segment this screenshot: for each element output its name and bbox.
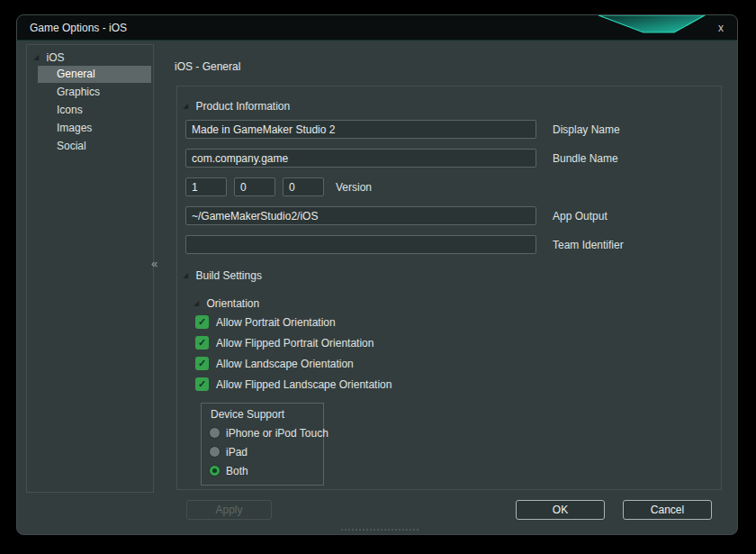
version-build-input[interactable]	[283, 177, 324, 196]
checkbox-label-allow-flipped-landscape: Allow Flipped Landscape Orientation	[216, 378, 392, 391]
product-information-section-header[interactable]: ◢ Product Information	[183, 100, 290, 113]
display-name-label: Display Name	[553, 123, 620, 136]
sidebar-item-images[interactable]: Images	[38, 120, 151, 137]
section-title: Build Settings	[196, 269, 262, 282]
expander-icon[interactable]: ◢	[194, 299, 199, 307]
checkbox-allow-landscape[interactable]: ✓	[195, 357, 209, 370]
checkbox-allow-flipped-landscape[interactable]: ✓	[195, 377, 209, 391]
radio-label-both: Both	[226, 465, 248, 477]
check-icon: ✓	[195, 357, 209, 370]
sidebar-collapse-icon[interactable]: «	[151, 257, 158, 270]
expander-icon[interactable]: ◢	[183, 271, 188, 279]
build-settings-section-header[interactable]: ◢ Build Settings	[183, 269, 262, 282]
display-name-input[interactable]	[185, 120, 536, 139]
settings-panel: ◢ Product Information Display Name Bundl…	[176, 86, 722, 490]
team-identifier-label: Team Identifier	[553, 239, 624, 251]
titlebar[interactable]: Game Options - iOS x	[17, 15, 737, 41]
team-identifier-input[interactable]	[185, 235, 536, 254]
expander-icon[interactable]: ◢	[33, 50, 39, 66]
bundle-name-input[interactable]	[185, 149, 536, 168]
options-tree: ◢ iOS General Graphics Icons Images Soci…	[26, 44, 154, 493]
section-title: Product Information	[196, 100, 291, 113]
ok-button[interactable]: OK	[516, 500, 605, 520]
tree-root-label: iOS	[47, 51, 65, 64]
radio-iphone-ipod[interactable]	[209, 427, 220, 439]
resize-gripper[interactable]	[341, 529, 418, 531]
checkbox-label-allow-portrait: Allow Portrait Orientation	[216, 316, 336, 329]
radio-ipad[interactable]	[209, 446, 220, 458]
sidebar-item-social[interactable]: Social	[38, 138, 151, 155]
check-icon: ✓	[195, 377, 209, 391]
app-output-input[interactable]	[185, 206, 536, 225]
checkbox-label-allow-flipped-portrait: Allow Flipped Portrait Orientation	[216, 337, 374, 350]
expander-icon[interactable]: ◢	[183, 102, 188, 110]
version-major-input[interactable]	[185, 177, 227, 196]
version-label: Version	[336, 181, 372, 194]
window-title: Game Options - iOS	[30, 22, 127, 34]
apply-button[interactable]: Apply	[186, 500, 272, 520]
game-options-dialog: Game Options - iOS x ◢ iOS General Graph…	[16, 14, 738, 535]
bundle-name-label: Bundle Name	[553, 152, 618, 165]
close-icon[interactable]: x	[714, 21, 728, 35]
section-title: Orientation	[207, 297, 260, 310]
page-title: iOS - General	[175, 60, 240, 73]
radio-label-ipad: iPad	[226, 446, 248, 459]
sidebar-item-icons[interactable]: Icons	[38, 102, 151, 119]
radio-both[interactable]	[209, 465, 220, 477]
radio-label-iphone-ipod: iPhone or iPod Touch	[226, 427, 328, 440]
tree-root-ios[interactable]: ◢ iOS	[33, 50, 65, 66]
titlebar-accent	[593, 15, 710, 39]
app-output-label: App Output	[553, 210, 608, 223]
sidebar-item-graphics[interactable]: Graphics	[38, 84, 151, 101]
device-support-title: Device Support	[211, 408, 284, 421]
checkbox-label-allow-landscape: Allow Landscape Orientation	[216, 358, 354, 370]
sidebar-item-general[interactable]: General	[38, 66, 151, 83]
checkbox-allow-flipped-portrait[interactable]: ✓	[195, 336, 209, 350]
check-icon: ✓	[195, 336, 209, 350]
device-support-group: Device Support iPhone or iPod Touch iPad…	[201, 403, 324, 486]
version-minor-input[interactable]	[234, 177, 275, 196]
check-icon: ✓	[195, 315, 209, 329]
cancel-button[interactable]: Cancel	[623, 500, 712, 520]
checkbox-allow-portrait[interactable]: ✓	[195, 315, 209, 329]
orientation-section-header[interactable]: ◢ Orientation	[194, 297, 259, 310]
